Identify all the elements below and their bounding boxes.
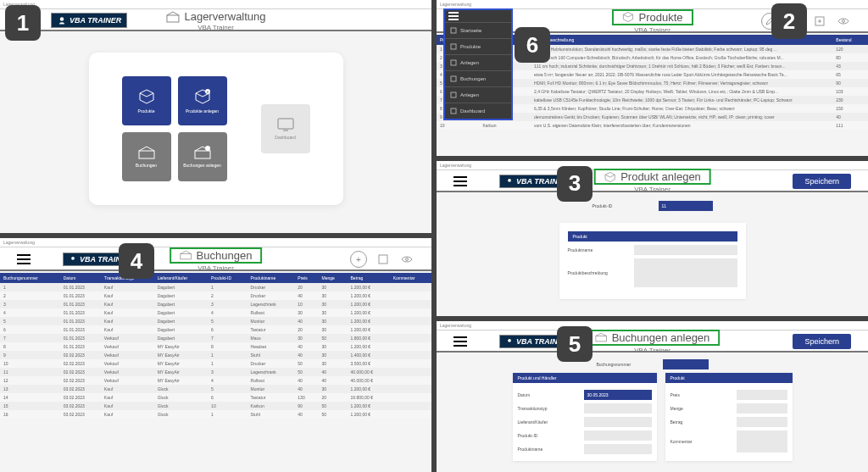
produktbeschreibung-label: Produktbeschreibung bbox=[568, 270, 627, 275]
produktname-label: Produktname bbox=[518, 447, 577, 452]
svg-point-18 bbox=[508, 339, 511, 342]
section-right: Produkt bbox=[665, 373, 793, 383]
svg-text:+: + bbox=[206, 89, 209, 94]
window-titlebar: Lagerverwaltung bbox=[0, 0, 431, 9]
dashboard-card: Produkte + Produkte anlegen Buchungen Bu… bbox=[89, 53, 343, 205]
svg-rect-12 bbox=[451, 44, 456, 49]
produktid-input[interactable] bbox=[584, 430, 652, 441]
tile-dashboard[interactable]: Dashboard bbox=[261, 104, 310, 153]
lieferant-label: Lieferant/Käufer bbox=[518, 419, 577, 425]
section-produkt: Produkt bbox=[568, 231, 737, 242]
svg-rect-16 bbox=[451, 108, 456, 114]
sidebar-item-dashboard[interactable]: Dashboard bbox=[445, 103, 511, 119]
buchungsnummer-label: Buchungsnummer bbox=[597, 362, 656, 367]
table-row[interactable]: 201.01.2023KaufDagobert2Drucker40301.200… bbox=[0, 292, 431, 300]
svg-point-10 bbox=[843, 20, 845, 23]
save-button[interactable]: Speichern bbox=[793, 174, 851, 189]
table-row[interactable]: 1102.02.2023VerkaufMY EasyAir3Lagerschra… bbox=[0, 368, 431, 376]
sidebar-item-produkte[interactable]: Produkte bbox=[445, 38, 511, 54]
panel-buchungen: 4 Lagerverwaltung VBA TRAINER Buchungen … bbox=[0, 238, 431, 472]
table-row[interactable]: 1202.02.2023VerkaufMY EasyAir4Rollwut404… bbox=[0, 376, 431, 385]
logo: VBA TRAINER bbox=[51, 13, 127, 28]
eye-icon[interactable] bbox=[399, 252, 415, 267]
table-row[interactable]: 1403.02.2023KaufGluck6Tastatur1302019.80… bbox=[0, 393, 431, 402]
produkt-id-value: 11 bbox=[659, 201, 713, 211]
panel-produkt-anlegen: 3 Lagerverwaltung VBA TRAINER Produkt an… bbox=[437, 161, 868, 317]
produktbeschreibung-input[interactable] bbox=[634, 258, 737, 287]
svg-rect-1 bbox=[166, 15, 178, 22]
produktid-label: Produkt-ID bbox=[518, 433, 577, 438]
produktname-label: Produktname bbox=[568, 247, 627, 253]
table-row[interactable]: 902.02.2023VerkaufMY EasyAir1Stuhl40301.… bbox=[0, 351, 431, 359]
page-title: Buchungen bbox=[170, 247, 263, 264]
svg-point-6 bbox=[205, 146, 210, 151]
svg-rect-4 bbox=[139, 151, 154, 158]
table-row[interactable]: 1503.02.2023KaufGluck10Karbon90501.200,0… bbox=[0, 402, 431, 410]
svg-rect-7 bbox=[278, 119, 293, 129]
panel-produkte: 2 6 Lagerverwaltung Produkte VBA Trainer… bbox=[437, 0, 868, 156]
table-row[interactable]: 1002.02.2023VerkaufMY EasyAir1Drucker503… bbox=[0, 359, 431, 368]
lieferant-input[interactable] bbox=[584, 417, 652, 427]
badge-5: 5 bbox=[557, 326, 593, 362]
badge-6: 6 bbox=[515, 27, 550, 63]
datum-value[interactable]: 30.05.2023 bbox=[584, 390, 652, 400]
produktname-input[interactable] bbox=[634, 245, 737, 255]
sidebar-menu: StartseiteProdukteAnlegenBuchungenAnlege… bbox=[443, 8, 513, 120]
buchungsnummer-value bbox=[663, 359, 709, 369]
kommentar-label: Kommentar bbox=[670, 439, 730, 444]
badge-4: 4 bbox=[119, 243, 154, 279]
kommentar-input[interactable] bbox=[737, 430, 787, 453]
table-row[interactable]: 10Karbonvom U.S. eigenen Datensätze Klei… bbox=[437, 121, 868, 130]
svg-rect-19 bbox=[595, 336, 606, 342]
hamburger-icon[interactable] bbox=[453, 176, 467, 186]
tile-buchungen-anlegen[interactable]: Buchungen anlegen bbox=[178, 132, 227, 181]
sidebar-item-anlegen[interactable]: Anlegen bbox=[445, 54, 511, 70]
menge-label: Menge bbox=[670, 406, 730, 411]
tile-produkte[interactable]: Produkte bbox=[122, 76, 171, 125]
table-row[interactable]: 401.01.2023KaufDagobert4Rollwut30301.200… bbox=[0, 308, 431, 317]
window-titlebar: Lagerverwaltung bbox=[0, 238, 431, 247]
export-icon[interactable] bbox=[376, 252, 391, 267]
transaktionstyp-label: Transaktionstyp bbox=[518, 406, 577, 411]
section-left: Produkt und Händler bbox=[513, 373, 657, 383]
page-title: Buchungen anlegen bbox=[585, 330, 721, 346]
sidebar-item-anlegen[interactable]: Anlegen bbox=[445, 86, 511, 103]
table-row[interactable]: 1303.02.2023KaufGluck5Monitor40301.200,0… bbox=[0, 385, 431, 393]
svg-rect-5 bbox=[195, 151, 210, 158]
table-row[interactable]: 101.01.2023KaufDagobert1Drucker20301.200… bbox=[0, 283, 431, 292]
svg-rect-13 bbox=[451, 60, 456, 65]
preis-input[interactable] bbox=[737, 390, 787, 400]
svg-rect-15 bbox=[451, 92, 456, 97]
table-row[interactable]: 801.01.2023VerkaufMY EasyAir8Headset4030… bbox=[0, 342, 431, 351]
badge-1: 1 bbox=[5, 5, 41, 41]
svg-point-17 bbox=[508, 179, 511, 182]
table-row[interactable]: 601.01.2023KaufDagobert6Tastatur20301.20… bbox=[0, 325, 431, 334]
svg-rect-14 bbox=[451, 76, 456, 81]
eye-icon[interactable] bbox=[836, 14, 851, 29]
produktname-input[interactable] bbox=[584, 444, 652, 454]
svg-rect-11 bbox=[451, 28, 456, 33]
add-icon[interactable]: + bbox=[350, 251, 367, 268]
table-row[interactable]: 301.01.2023KaufDagobert3Lagerschrank1030… bbox=[0, 300, 431, 308]
export-icon[interactable] bbox=[812, 14, 827, 29]
hamburger-icon[interactable] bbox=[453, 336, 467, 347]
svg-rect-21 bbox=[180, 254, 191, 259]
produkt-id-label: Produkt-ID bbox=[593, 203, 652, 208]
datum-label: Datum bbox=[518, 392, 577, 397]
sidebar-item-buchungen[interactable]: Buchungen bbox=[445, 70, 511, 86]
hamburger-icon[interactable] bbox=[17, 254, 31, 264]
table-row[interactable]: 501.01.2023KaufDagobert5Monitor40301.200… bbox=[0, 317, 431, 325]
svg-point-23 bbox=[406, 258, 409, 261]
betrag-input[interactable] bbox=[737, 417, 787, 427]
menge-input[interactable] bbox=[737, 403, 787, 414]
tile-produkte-anlegen[interactable]: + Produkte anlegen bbox=[178, 76, 227, 125]
save-button[interactable]: Speichern bbox=[793, 334, 851, 349]
buchungen-table[interactable]: BuchungsnummerDatumTransaktionstypLiefer… bbox=[0, 273, 431, 419]
betrag-label: Betrag bbox=[670, 419, 730, 425]
transaktionstyp-input[interactable] bbox=[584, 403, 652, 414]
svg-rect-22 bbox=[379, 255, 387, 264]
sidebar-item-startseite[interactable]: Startseite bbox=[445, 22, 511, 38]
table-row[interactable]: 701.01.2023VerkaufDagobert7Maus30501.800… bbox=[0, 334, 431, 342]
table-row[interactable]: 1603.02.2023KaufGluck1Stuhl40501.200,00 … bbox=[0, 410, 431, 419]
tile-buchungen[interactable]: Buchungen bbox=[122, 132, 171, 181]
